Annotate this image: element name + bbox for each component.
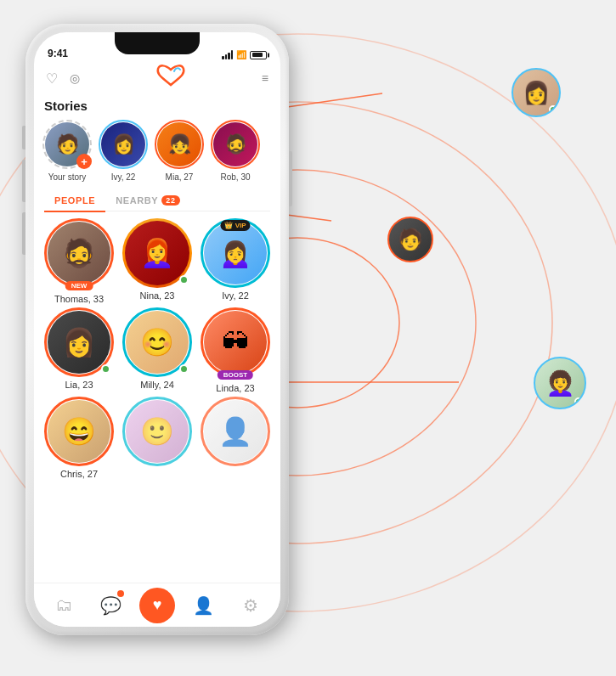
person-card-linda[interactable]: 🕶 BOOST Linda, 23 [197, 307, 274, 393]
person-card-thomas[interactable]: 🧔 NEW Thomas, 33 [41, 218, 117, 304]
story-item-ivy[interactable]: 👩 Ivy, 22 [99, 120, 148, 182]
logo-svg [155, 63, 187, 90]
person-card-nina[interactable]: 👩‍🦰 Nina, 23 [119, 218, 195, 304]
phone-screen: 9:41 📶 [34, 32, 280, 627]
badge-boost-linda: BOOST [218, 370, 253, 380]
radar-avatar-3: 👩‍🦱 [534, 357, 586, 409]
battery-icon [250, 51, 267, 59]
heart-nav-button[interactable]: ♥ [139, 588, 175, 623]
badge-vip-ivy: 👑 VIP [220, 220, 250, 231]
nav-heart[interactable]: ♥ [138, 587, 176, 624]
person-card-9[interactable]: 👤 [197, 397, 274, 479]
story-label-rob: Rob, 30 [220, 172, 250, 182]
person-name-chris: Chris, 27 [60, 469, 98, 479]
online-dot-lia [101, 364, 110, 374]
matches-icon: 🗂 [55, 595, 72, 615]
nav-matches[interactable]: 🗂 [45, 587, 82, 624]
radar-avatar-2: 🧑 [387, 217, 433, 262]
app-header: ♡ ◎ ≡ [34, 63, 280, 99]
story-label-ivy: Ivy, 22 [111, 172, 136, 182]
person-name-milly: Milly, 24 [140, 380, 174, 390]
story-label-your: Your story [48, 172, 87, 182]
person-name-ivy: Ivy, 22 [222, 290, 249, 301]
story-label-mia: Mia, 27 [166, 172, 194, 182]
tab-nearby[interactable]: NEARBY 22 [105, 190, 189, 211]
tabs-bar: PEOPLE NEARBY 22 [44, 190, 270, 211]
online-dot-milly [179, 364, 189, 374]
eye-icon[interactable]: ◎ [70, 71, 80, 85]
person-card-chris[interactable]: 😄 Chris, 27 [41, 397, 117, 479]
heart-icon[interactable]: ♡ [46, 70, 58, 87]
nav-profile[interactable]: 👤 [185, 587, 223, 624]
person-name-nina: Nina, 23 [140, 290, 175, 301]
filter-icon[interactable]: ≡ [262, 71, 268, 85]
story-item-rob[interactable]: 🧔 Rob, 30 [211, 120, 260, 182]
nav-chat[interactable]: 💬 [92, 587, 129, 624]
bottom-nav: 🗂 💬 ♥ 👤 ⚙ [34, 583, 280, 627]
person-name-linda: Linda, 23 [216, 383, 254, 393]
notch [115, 32, 200, 54]
signal-bars-icon [222, 50, 233, 59]
story-item-mia[interactable]: 👧 Mia, 27 [155, 120, 204, 182]
badge-new-thomas: NEW [65, 281, 93, 290]
stories-row: 🧑 + Your story 👩 Ivy, 22 [42, 120, 272, 182]
stories-section: Stories 🧑 + Your story [34, 99, 280, 187]
story-item-your[interactable]: 🧑 + Your story [42, 120, 92, 182]
status-icons: 📶 [222, 50, 267, 59]
chat-notification-dot [117, 590, 124, 597]
tab-people[interactable]: PEOPLE [44, 190, 105, 211]
phone-wrapper: 9:41 📶 [25, 24, 289, 635]
profile-icon: 👤 [193, 595, 214, 616]
nearby-badge: 22 [161, 195, 179, 206]
person-card-lia[interactable]: 👩 Lia, 23 [41, 307, 117, 393]
person-name-thomas: Thomas, 33 [54, 294, 104, 304]
status-time: 9:41 [48, 48, 68, 59]
header-left-icons: ♡ ◎ [46, 70, 80, 87]
chat-icon: 💬 [100, 595, 122, 616]
person-card-milly[interactable]: 😊 Milly, 24 [119, 307, 195, 393]
radar-avatar-1: 👩 [511, 68, 561, 117]
online-dot-nina [179, 275, 189, 284]
settings-icon: ⚙ [243, 595, 258, 616]
stories-title: Stories [42, 99, 272, 113]
app-logo [155, 63, 187, 93]
person-card-8[interactable]: 🙂 [119, 397, 195, 479]
wifi-icon: 📶 [236, 50, 246, 59]
person-card-ivy[interactable]: 🙍‍♀️ 👑 VIP Ivy, 22 [197, 218, 274, 304]
people-grid: 🧔 NEW Thomas, 33 👩‍🦰 Nina, 23 [34, 211, 280, 482]
person-name-lia: Lia, 23 [65, 380, 93, 390]
add-story-button[interactable]: + [76, 154, 92, 169]
nav-settings[interactable]: ⚙ [232, 587, 269, 624]
